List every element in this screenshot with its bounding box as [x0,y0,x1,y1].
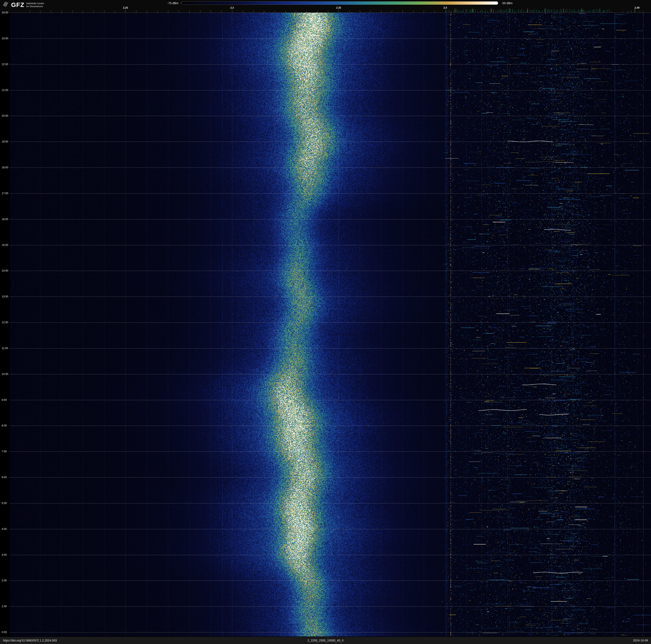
time-axis-label: 6:00 [2,476,7,479]
logo-brand: GFZ [11,2,24,8]
time-axis-label: 15:00 [2,243,8,246]
time-axis-label: 3:00 [2,553,7,556]
time-axis-label: 20:00 [2,114,8,117]
logo-subtitle-line1: Helmholtz Centre [26,2,44,5]
time-axis-label: 23:00 [2,37,8,40]
doi-link[interactable]: https://doi.org/10.5880/GFZ.1.2.2024.003 [3,639,307,642]
date-label: 2024-10-06 [633,639,648,642]
time-axis-label: 7:00 [2,450,7,453]
time-axis-label: 8:00 [2,424,7,427]
freq-axis-label: 2.35 [336,6,341,9]
time-axis-label: 4:00 [2,528,7,530]
time-axis-label: 16:00 [2,218,8,221]
spectrogram-canvas [0,0,651,644]
freq-axis-label: 2.25 [123,6,128,9]
time-axis-label: 14:00 [2,269,8,272]
colorbar-gradient [181,1,498,5]
time-axis-label: 9:00 [2,399,7,402]
time-axis-label: 2:00 [2,579,7,582]
logo-subtitle: Helmholtz Centre for Geosciences [26,2,44,8]
time-axis-label: 13:00 [2,295,8,298]
time-axis-label: 18:00 [2,166,8,169]
time-axis-label: 22:00 [2,63,8,66]
header-bar: GFZ Helmholtz Centre for Geosciences -75… [0,0,651,12]
time-axis-label: 10:00 [2,373,8,376]
time-axis-label: 21:00 [2,89,8,92]
time-axis-label: 24:00 [2,11,8,14]
dataset-filename: 2_2200_2500_10000_40_0 [307,639,343,642]
time-axis-label: 5:00 [2,502,7,505]
time-axis-label: 17:00 [2,192,8,195]
colorbar-max-label: -55 dBm [501,1,513,5]
freq-axis-label: 2.3 [230,6,234,9]
gfz-logo-icon [3,1,9,8]
gfz-logo: GFZ Helmholtz Centre for Geosciences [3,1,44,8]
freq-axis-label: 2.49 [634,6,640,9]
time-axis-label: 11:00 [2,347,8,350]
time-axis-label: 12:00 [2,321,8,324]
colorbar-min-label: -75 dBm [155,1,179,5]
footer-bar: https://doi.org/10.5880/GFZ.1.2.2024.003… [0,637,651,644]
logo-subtitle-line2: for Geosciences [26,5,43,7]
time-axis-label: 19:00 [2,140,8,143]
time-axis-label: 0:00 [2,631,7,634]
freq-axis-label: 2.4 [443,6,447,9]
time-axis-label: 1:00 [2,605,7,608]
